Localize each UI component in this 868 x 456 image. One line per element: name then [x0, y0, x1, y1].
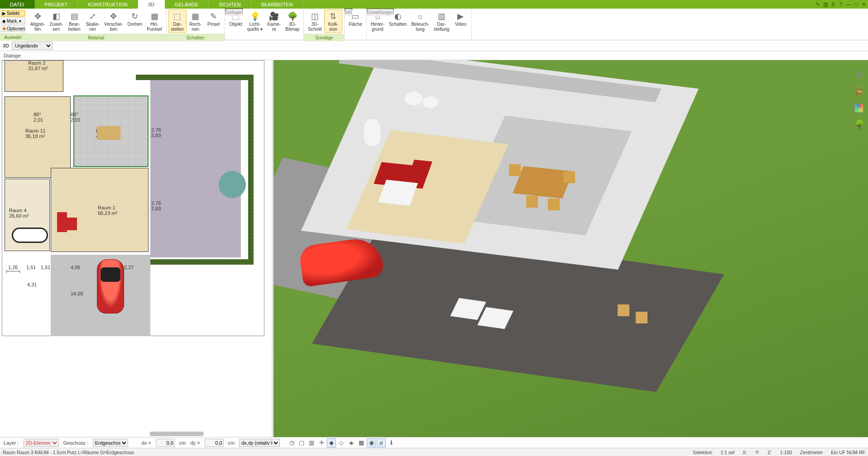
layer-select[interactable]: 2D-Elemen [24, 439, 59, 447]
status-left: Raum Raum 3 RAUM - 1.5cm Putz L=Räume G=… [3, 450, 134, 455]
close-icon[interactable]: ✕ [861, 1, 867, 8]
3dschnitt-icon: ◫ [310, 11, 321, 22]
ribbon-lichtquelle[interactable]: 💡Licht-quelle ▾ [245, 10, 265, 33]
furniture-rail-icon[interactable]: 🪑 [854, 86, 865, 97]
floor-label: Geschoss : [63, 440, 88, 446]
view-3d[interactable]: ≣ 🪑 🌳 [273, 60, 868, 437]
layers-rail-icon[interactable]: ≣ [855, 69, 863, 80]
status-y: Y: [755, 450, 759, 455]
kamera-icon: 🎥 [269, 11, 279, 22]
tab-gelaende[interactable]: GELÄNDE [165, 0, 209, 9]
skalieren-icon: ⤢ [87, 11, 98, 22]
ribbon-verschieben[interactable]: ✥Verschie-ben [102, 10, 125, 33]
ribbon-darstellen[interactable]: ⬚Dar-stellen [168, 10, 187, 33]
ribbon-3dschnitt[interactable]: ◫3D-Schnitt [306, 10, 324, 33]
ribbon-bearbeiten[interactable]: ▤Bear-beiten [65, 10, 83, 33]
toggle-solid-icon[interactable]: ◈ [347, 438, 356, 447]
toggle-clock-icon[interactable]: ◷ [287, 438, 296, 447]
ribbon-drehen[interactable]: ↻Drehen [125, 10, 145, 28]
toggle-axes-icon[interactable]: ✛ [317, 438, 326, 447]
group-auswahl-label: Auswahl [0, 33, 26, 41]
pinsel-icon: ✎ [208, 11, 219, 22]
palette-rail-icon[interactable] [854, 104, 863, 113]
select-button[interactable]: ▶Selekt [1, 10, 25, 17]
dy-input[interactable] [205, 439, 224, 447]
ribbon-kollision[interactable]: ⇅Kolli-sion [324, 10, 342, 33]
tab-sichten[interactable]: SICHTEN [209, 0, 251, 9]
floor-select[interactable]: Erdgeschos [93, 439, 128, 447]
toggle-shade-icon[interactable]: ◆ [327, 438, 336, 447]
bottom-bar: Layer : 2D-Elemen Geschoss : Erdgeschos … [0, 437, 868, 448]
ribbon-zuweisen[interactable]: ◧Zuwei-sen [47, 10, 65, 33]
view-2d[interactable]: Raum 2 31,87 m² Raum 11 36,18 m² Raum 3 … [0, 60, 272, 437]
maximize-icon[interactable]: □ [853, 1, 859, 8]
mark-button[interactable]: ◆Mark.▾ [1, 18, 25, 24]
hinpuntsel-icon: ▦ [149, 11, 160, 22]
status-scale: 1:100 [780, 450, 792, 455]
ribbon-pinsel[interactable]: ✎Pinsel [205, 10, 223, 28]
car-2d [97, 259, 124, 314]
schatten2-icon: ◐ [393, 11, 403, 22]
terrain-select[interactable]: Urgelände [12, 42, 53, 50]
tab-bearbeiten[interactable]: BEARBEITEN [251, 0, 303, 9]
status-z: Z: [767, 450, 772, 455]
minimize-icon[interactable]: — [845, 1, 852, 8]
toggle-grid-icon[interactable]: ▦ [357, 438, 366, 447]
tree-rail-icon[interactable]: 🌳 [854, 119, 865, 130]
lichtquelle-icon: 💡 [249, 11, 260, 22]
3dbitmap-icon: 🌳 [287, 11, 298, 22]
ribbon-video[interactable]: ▶Video [451, 10, 470, 28]
dim-201-2: 2,01 [71, 117, 80, 123]
globe-icon[interactable]: ♁ [830, 1, 836, 8]
status-sel: 1:1 sel [720, 450, 734, 455]
status-unit: Zentimeter [800, 450, 823, 455]
coord-mode-select[interactable]: dx,dy (relativ ka [239, 439, 280, 447]
dim-276-2: 2,76 [151, 200, 161, 206]
toggle-layers-icon[interactable]: ▥ [307, 438, 316, 447]
ribbon-rechnen[interactable]: ▦Rech-nen [187, 10, 205, 33]
tab-konstruktion[interactable]: KONSTRUKTION [78, 0, 138, 9]
toggle-section-icon[interactable]: ⌀ [377, 438, 386, 447]
right-tool-rail: ≣ 🪑 🌳 [853, 69, 865, 130]
ribbon-kamera[interactable]: 🎥Kame-ra [265, 10, 283, 33]
tab-datei[interactable]: DATEI [0, 0, 35, 9]
pin-icon[interactable]: ✎ [815, 1, 821, 8]
ribbon-side: ▶Selekt ◆Mark.▾ ✚Optionen [0, 9, 26, 33]
dim-201-1: 2,01 [34, 117, 43, 123]
rechnen-icon: ▦ [190, 11, 201, 22]
beleuchtung-icon: ☼ [415, 11, 426, 22]
tab-3d[interactable]: 3D [138, 0, 165, 9]
ribbon-beleuchtung[interactable]: ☼Beleuch-tung [409, 10, 431, 33]
drehen-icon: ↻ [129, 11, 140, 22]
toggle-wire-icon[interactable]: ◇ [337, 438, 346, 447]
status-bar: Raum Raum 3 RAUM - 1.5cm Putz L=Räume G=… [0, 448, 868, 456]
scrollbar-2d[interactable] [149, 432, 204, 436]
dim-405: 4,05 [71, 265, 80, 270]
tab-projekt[interactable]: PROJEKT [35, 0, 78, 9]
room4-label: Raum 4 26,60 m² [9, 208, 29, 218]
bearbeiten-icon: ▤ [69, 11, 80, 22]
help-icon[interactable]: ? [838, 1, 844, 8]
layers-icon[interactable]: ▥ [822, 1, 829, 8]
abgreifen-icon: ✥ [32, 11, 43, 22]
room1-label: Raum 1 66,23 m² [98, 205, 117, 216]
ribbon-3dbitmap[interactable]: 🌳3D-Bitmap [283, 10, 302, 33]
dx-input[interactable] [156, 439, 175, 447]
ribbon-skalieren[interactable]: ⤢Skalie-ren [83, 10, 102, 33]
ribbon-hinpuntsel[interactable]: ▦Hin.Puntsel [144, 10, 164, 33]
toggle-screen-icon[interactable]: ▢ [297, 438, 306, 447]
dim-151a: 1,51 [26, 265, 36, 270]
toggle-persp-icon[interactable]: ◉ [367, 438, 376, 447]
view-mode-label: 3D [3, 43, 9, 48]
options-button[interactable]: ✚Optionen [1, 25, 25, 32]
zuweisen-icon: ◧ [51, 11, 62, 22]
status-selection: Selektion [693, 450, 712, 455]
dialoge-bar: Dialoge: [0, 51, 868, 60]
toggle-info-icon[interactable]: ℹ [387, 438, 396, 447]
ribbon-abgreifen[interactable]: ✥Abgrei-fen [28, 10, 47, 33]
ribbon-darstellung[interactable]: ▥Dar-stellung [432, 10, 451, 33]
dim-88-2: 88° [71, 112, 78, 117]
status-flags: Ein UF NUM RF [831, 450, 865, 455]
ribbon: ▶Selekt ◆Mark.▾ ✚Optionen Auswahl ✥Abgre… [0, 9, 868, 40]
status-x: X: [743, 450, 747, 455]
